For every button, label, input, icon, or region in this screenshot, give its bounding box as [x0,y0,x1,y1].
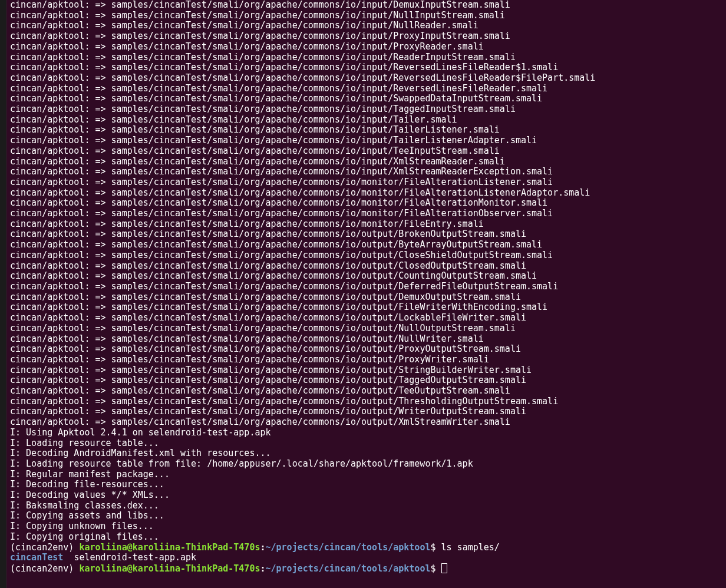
info-prefix: I: [10,500,26,511]
log-prefix: cincan/apktool: [10,72,90,83]
log-line: cincan/apktool: => samples/cincanTest/sm… [10,240,595,250]
log-line: cincan/apktool: => samples/cincanTest/sm… [10,177,595,188]
prompt-line-2[interactable]: (cincan2env) karoliina@karoliina-ThinkPa… [10,563,595,574]
prompt-line-1: (cincan2env) karoliina@karoliina-ThinkPa… [10,543,595,553]
log-line: cincan/apktool: => samples/cincanTest/sm… [10,73,595,84]
log-prefix: cincan/apktool: [10,208,90,219]
log-arrow: => [90,260,111,271]
log-line: cincan/apktool: => samples/cincanTest/sm… [10,115,595,125]
log-arrow: => [90,281,111,292]
info-line: I: Decoding AndroidManifest.xml with res… [10,448,595,459]
dock-sidebar[interactable] [0,0,6,588]
prompt-dollar: $ [430,542,441,553]
info-line: I: Baksmaling classes.dex... [10,501,595,511]
info-text: Using Apktool 2.4.1 on selendroid-test-a… [26,427,270,438]
log-line: cincan/apktool: => samples/cincanTest/sm… [10,42,595,52]
log-line: cincan/apktool: => samples/cincanTest/sm… [10,417,595,428]
log-arrow: => [90,312,111,323]
prompt-env: (cincan2env) [10,542,79,553]
log-prefix: cincan/apktool: [10,375,90,385]
log-arrow: => [90,93,111,104]
log-prefix: cincan/apktool: [10,406,90,417]
info-prefix: I: [10,427,26,438]
log-path: samples/cincanTest/smali/org/apache/comm… [111,270,537,281]
log-path: samples/cincanTest/smali/org/apache/comm… [111,72,596,83]
log-arrow: => [90,10,111,21]
info-line: I: Decoding values */* XMLs... [10,490,595,501]
log-arrow: => [90,343,111,354]
log-arrow: => [90,187,111,198]
log-prefix: cincan/apktool: [10,343,90,354]
log-path: samples/cincanTest/smali/org/apache/comm… [111,208,553,219]
log-prefix: cincan/apktool: [10,281,90,292]
log-path: samples/cincanTest/smali/org/apache/comm… [111,375,526,385]
log-path: samples/cincanTest/smali/org/apache/comm… [111,83,548,94]
log-arrow: => [90,135,111,146]
log-line: cincan/apktool: => samples/cincanTest/sm… [10,313,595,323]
ls-dir: cincanTest [10,552,63,563]
log-prefix: cincan/apktool: [10,10,90,21]
log-arrow: => [90,197,111,208]
log-path: samples/cincanTest/smali/org/apache/comm… [111,219,484,229]
info-text: Loading resource table from file: /home/… [26,458,473,469]
log-arrow: => [90,114,111,125]
info-line: I: Decoding file-resources... [10,480,595,490]
prompt-userhost: karoliina@karoliina-ThinkPad-T470s [79,563,260,574]
info-prefix: I: [10,521,26,531]
log-path: samples/cincanTest/smali/org/apache/comm… [111,312,526,323]
log-line: cincan/apktool: => samples/cincanTest/sm… [10,397,595,407]
prompt-path: ~/projects/cincan/tools/apktool [265,542,430,553]
info-line: I: Regular manifest package... [10,470,595,480]
log-prefix: cincan/apktool: [10,219,90,229]
log-line: cincan/apktool: => samples/cincanTest/sm… [10,365,595,376]
terminal-output[interactable]: cincan/apktool: => samples/cincanTest/sm… [6,0,599,588]
log-path: samples/cincanTest/smali/org/apache/comm… [111,135,537,146]
prompt-dollar: $ [430,563,441,574]
log-line: cincan/apktool: => samples/cincanTest/sm… [10,94,595,104]
info-text: Copying assets and libs... [26,510,164,521]
info-prefix: I: [10,469,26,480]
log-prefix: cincan/apktool: [10,135,90,146]
log-path: samples/cincanTest/smali/org/apache/comm… [111,396,559,407]
log-arrow: => [90,124,111,135]
log-arrow: => [90,292,111,302]
screen: cincan/apktool: => samples/cincanTest/sm… [0,0,726,588]
log-line: cincan/apktool: => samples/cincanTest/sm… [10,344,595,355]
log-arrow: => [90,208,111,219]
log-line: cincan/apktool: => samples/cincanTest/sm… [10,84,595,94]
log-line: cincan/apktool: => samples/cincanTest/sm… [10,157,595,167]
log-path: samples/cincanTest/smali/org/apache/comm… [111,146,500,156]
log-path: samples/cincanTest/smali/org/apache/comm… [111,333,484,344]
info-text: Copying unknown files... [26,521,154,531]
log-arrow: => [90,323,111,333]
log-arrow: => [90,365,111,375]
log-prefix: cincan/apktool: [10,0,90,10]
log-prefix: cincan/apktool: [10,124,90,135]
prompt-path: ~/projects/cincan/tools/apktool [265,563,430,574]
info-prefix: I: [10,531,26,542]
log-line: cincan/apktool: => samples/cincanTest/sm… [10,209,595,219]
log-path: samples/cincanTest/smali/org/apache/comm… [111,343,521,354]
info-text: Decoding AndroidManifest.xml with resour… [26,448,270,458]
log-line: cincan/apktool: => samples/cincanTest/sm… [10,219,595,230]
log-prefix: cincan/apktool: [10,146,90,156]
log-prefix: cincan/apktool: [10,177,90,187]
log-line: cincan/apktool: => samples/cincanTest/sm… [10,386,595,397]
log-prefix: cincan/apktool: [10,156,90,167]
log-prefix: cincan/apktool: [10,417,90,427]
log-prefix: cincan/apktool: [10,365,90,375]
log-line: cincan/apktool: => samples/cincanTest/sm… [10,104,595,115]
log-arrow: => [90,417,111,427]
log-line: cincan/apktool: => samples/cincanTest/sm… [10,52,595,63]
log-arrow: => [90,62,111,72]
log-line: cincan/apktool: => samples/cincanTest/sm… [10,125,595,136]
log-arrow: => [90,104,111,114]
log-path: samples/cincanTest/smali/org/apache/comm… [111,156,505,167]
log-path: samples/cincanTest/smali/org/apache/comm… [111,292,521,302]
log-line: cincan/apktool: => samples/cincanTest/sm… [10,188,595,199]
log-prefix: cincan/apktool: [10,229,90,239]
log-line: cincan/apktool: => samples/cincanTest/sm… [10,136,595,146]
info-prefix: I: [10,458,26,469]
log-prefix: cincan/apktool: [10,197,90,208]
log-arrow: => [90,83,111,94]
